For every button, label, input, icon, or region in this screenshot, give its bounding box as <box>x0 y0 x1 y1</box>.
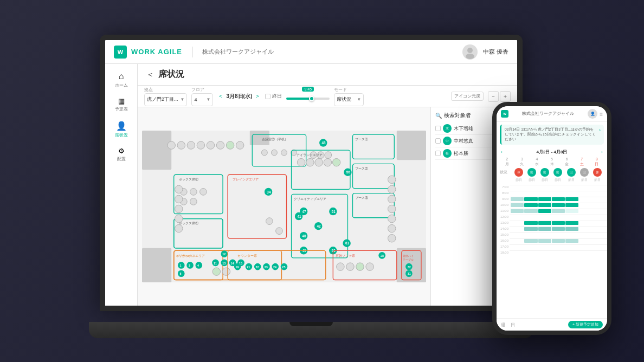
logo-area: W WORK AGILE 株式会社ワークアジャイル <box>114 46 274 59</box>
allday-label: 終日 <box>272 93 282 100</box>
status-cell-3: 出 <box>552 168 564 177</box>
bar-800-5 <box>579 191 592 195</box>
status-work-1: 出 <box>527 168 536 177</box>
phone-nav-week[interactable]: 週 <box>501 322 505 328</box>
time-slot-900: 9:00 <box>497 196 607 202</box>
bar-700-2 <box>538 185 551 189</box>
page-header: ＜ 席状況 <box>138 64 517 86</box>
status-work-2: 出 <box>540 168 549 177</box>
time-slot-700: 7:00 <box>497 184 607 190</box>
sub-label-empty <box>500 178 512 183</box>
mode-arrow: ▼ <box>357 97 361 102</box>
sub-lab-5: 節日 <box>578 178 590 183</box>
status-sat-5: 出 <box>580 168 589 177</box>
svg-text:会議室②（平机）: 会議室②（平机） <box>262 137 288 141</box>
svg-text:テーブル: テーブル <box>403 258 414 261</box>
add-schedule-button[interactable]: + 新規予定追加 <box>568 321 603 328</box>
phone-menu-icon[interactable]: ≡ <box>600 111 603 117</box>
notification-close[interactable]: › <box>599 127 601 133</box>
time-slot-1700: 17:00 <box>497 243 607 249</box>
result-checkbox-1[interactable] <box>435 138 441 144</box>
cal-date-7: 7 <box>575 157 589 161</box>
bar-1200-6 <box>593 215 606 219</box>
bar-1400-2 <box>538 227 551 231</box>
bar-1700-6 <box>593 245 606 249</box>
mode-select[interactable]: 席状況 ▼ <box>334 93 364 106</box>
back-button[interactable]: ＜ <box>146 70 154 80</box>
bar-1800-5 <box>579 251 592 255</box>
bar-900-6 <box>593 197 606 201</box>
date-next-button[interactable]: ＞ <box>254 92 261 101</box>
svg-point-134 <box>388 195 396 203</box>
user-avatar <box>462 44 478 60</box>
phone-nav-day[interactable]: 日 <box>511 322 515 328</box>
bar-1500-1 <box>524 233 537 237</box>
time-slot-800: 8:00 <box>497 190 607 196</box>
floor-svg: 会議室②（平机） ブース① <box>142 112 426 301</box>
sidebar-item-home[interactable]: ⌂ ホーム <box>105 68 137 92</box>
time-slider[interactable] <box>286 98 330 100</box>
bar-1800-2 <box>538 251 551 255</box>
icon-reset-button[interactable]: アイコン元戻 <box>451 92 484 101</box>
svg-text:47: 47 <box>302 210 306 214</box>
svg-point-137 <box>388 224 396 232</box>
svg-text:14: 14 <box>231 262 234 265</box>
svg-text:ボックス席①: ボックス席① <box>179 221 198 225</box>
mode-label: モード <box>334 87 364 93</box>
allday-group: 終日 <box>265 93 282 100</box>
bar-1200-2 <box>538 215 551 219</box>
status-cell-0: 休 <box>512 168 525 177</box>
bar-800-0 <box>511 191 524 195</box>
time-800: 8:00 <box>497 191 510 195</box>
phone-timeline: 7:00 <box>497 183 607 318</box>
svg-point-126 <box>236 141 243 149</box>
slider-thumb[interactable] <box>309 96 314 101</box>
bar-1200-3 <box>552 215 565 219</box>
phone-logo: W <box>501 110 508 118</box>
cal-next[interactable]: › <box>601 150 603 154</box>
time-1200: 12:00 <box>497 215 510 218</box>
floor-plan: 会議室②（平机） ブース① <box>138 107 430 306</box>
date-prev-button[interactable]: ＜ <box>217 92 224 101</box>
cal-prev[interactable]: ‹ <box>501 150 503 154</box>
svg-point-125 <box>226 141 234 149</box>
zoom-minus-button[interactable]: － <box>488 91 499 102</box>
mode-value: 席状況 <box>337 96 351 103</box>
bar-1500-5 <box>579 233 592 237</box>
notification-text: 03月14日 13:17から虎ノ門2丁目3丁目...ほかの予約をしています。開始… <box>505 127 597 142</box>
status-holiday-6: 休 <box>593 168 602 177</box>
bar-1100-2 <box>538 209 551 213</box>
bar-1300-0 <box>511 221 524 225</box>
bar-1200-5 <box>579 215 592 219</box>
floor-select[interactable]: 4 ▼ <box>191 93 213 106</box>
bar-1800-4 <box>565 251 578 255</box>
result-checkbox-0[interactable] <box>435 126 441 131</box>
svg-text:ボックスエリア: ボックスエリア <box>176 254 195 257</box>
svg-point-135 <box>388 205 396 212</box>
time-slot-1200: 12:00 <box>497 214 607 219</box>
bar-900-5 <box>579 197 592 201</box>
cal-tue: 火 <box>515 161 530 167</box>
svg-text:11: 11 <box>214 262 217 265</box>
svg-point-12 <box>281 150 287 156</box>
zoom-plus-button[interactable]: ＋ <box>500 91 511 102</box>
cal-date-8: 8 <box>589 157 604 161</box>
svg-text:4: 4 <box>197 264 199 267</box>
sidebar-item-seats[interactable]: 👤 席状況 <box>105 118 137 141</box>
svg-point-1 <box>466 54 474 59</box>
phone-wrapper: W 株式会社ワークアジャイル 👤 ≡ 03月14日 13:17から虎ノ門2丁目3… <box>492 102 611 335</box>
bar-900-1 <box>524 197 537 201</box>
logo-box: W <box>114 46 127 59</box>
time-bars-700 <box>510 185 607 189</box>
result-avatar-0: 木 <box>443 124 452 133</box>
location-value: 虎ノ門2丁目... <box>147 96 178 103</box>
sidebar-item-schedule[interactable]: ▦ 予定表 <box>105 94 137 115</box>
location-select[interactable]: 虎ノ門2丁目... ▼ <box>144 93 187 106</box>
sidebar-item-settings[interactable]: ⚙ 配置 <box>105 144 137 165</box>
bar-700-6 <box>593 185 606 189</box>
result-checkbox-2[interactable] <box>435 151 441 156</box>
bar-1600-3 <box>552 239 565 243</box>
bar-1700-3 <box>552 245 565 249</box>
time-1000: 10:00 <box>497 203 510 206</box>
allday-checkbox[interactable] <box>265 94 271 99</box>
